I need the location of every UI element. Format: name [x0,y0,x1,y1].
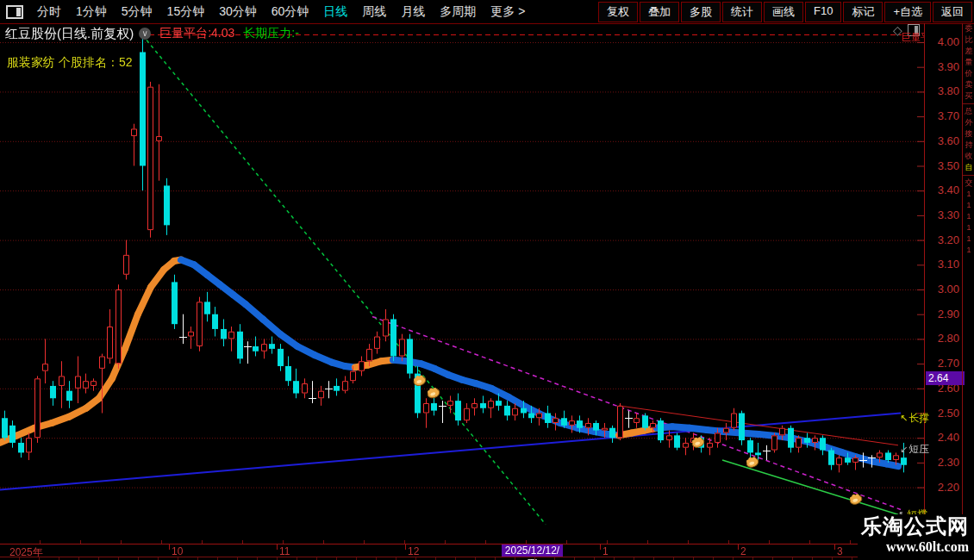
x-axis-label: 10 [172,545,183,557]
toolbar-button-2[interactable]: 叠加 [640,2,679,22]
x-axis-label: 2 [740,545,746,557]
month-tick [169,544,170,550]
stock-title: 红豆股份(日线.前复权) [5,26,134,42]
menu-item-9[interactable]: 月线 [401,4,425,20]
y-axis-label: 2.40 [938,431,959,444]
quote-sliver-char: 比 [963,34,974,46]
toolbar-button-7[interactable]: 标记 [843,2,883,22]
quote-sliver-char: 1 [963,233,974,245]
y-axis-label: 2.70 [938,357,959,370]
x-axis-label: 12 [408,545,419,557]
menu-item-5[interactable]: 30分钟 [219,4,257,20]
month-tick [405,544,406,550]
indicator-label: 长期压力: [243,26,295,40]
quote-sliver-char: 1 [963,211,974,222]
watermark: 乐淘公式网 www.60lt.com [858,514,974,560]
menu-item-6[interactable]: 60分钟 [272,4,309,20]
quote-sliver-char: 委 [963,23,974,34]
x-axis-label: 11 [279,545,290,557]
x-axis-label: 1 [603,545,609,557]
menu-item-3[interactable]: 5分钟 [122,4,153,20]
indicator-long-pressure: 长期压力:- [243,26,299,41]
quote-sliver-char: 量 [963,57,974,68]
y-axis-label: 4.00 [938,35,959,48]
chevron-down-icon[interactable]: ∨ [139,28,151,40]
y-axis-label: 3.20 [938,233,959,246]
y-axis-label: 3.00 [938,283,959,296]
app-window: 分时1分钟5分钟15分钟30分钟60分钟日线周线月线多周期更多 > 复权叠加多股… [0,0,974,560]
month-tick [738,544,739,550]
watermark-line2: www.60lt.com [858,538,969,556]
y-axis-label: 2.50 [938,407,959,420]
period-menu: 分时1分钟5分钟15分钟30分钟60分钟日线周线月线多周期更多 > [37,4,525,20]
label-text: 短压 [908,443,929,455]
quote-sliver-char: 外 [963,117,974,128]
menu-item-7[interactable]: 日线 [323,4,347,20]
y-axis-label: 2.90 [938,308,959,320]
long-support-label[interactable]: ↖长撑 [900,411,929,426]
y-axis-label: 3.80 [938,84,959,97]
arrow-icon: ↖ [900,413,908,423]
stock-info-bar: 红豆股份(日线.前复权) ∨ 巨量平台:4.03 长期压力:- [5,26,299,41]
quote-sliver-char: 差 [963,46,974,57]
menu-item-10[interactable]: 多周期 [440,4,476,20]
toolbar-button-6[interactable]: F10 [805,2,841,22]
quote-sliver-char: 1 [963,222,974,233]
menu-item-11[interactable]: 更多 > [490,4,525,20]
month-tick [277,544,278,550]
month-tick [834,544,835,550]
x-axis-label: 3 [837,545,843,557]
menu-item-4[interactable]: 15分钟 [167,4,205,20]
quote-panel-sliver[interactable]: 委比差量价卖买总外接持收自交111111 [962,23,974,560]
split-window-icon[interactable] [6,5,23,19]
time-axis: 2025/12/12/五 2025年101112123 [0,544,974,557]
toolbar-button-1[interactable]: 复权 [598,2,638,22]
quote-sliver-char: 交 [963,177,974,189]
quote-sliver-char: 价 [963,68,974,79]
menu-item-1[interactable]: 分时 [37,4,61,20]
quote-sliver-char: 接 [963,128,974,140]
menu-item-8[interactable]: 周线 [362,4,386,20]
indicator-value: 4.03 [211,26,234,40]
indicator-value: - [295,26,299,40]
quote-sliver-char: 收 [963,151,974,162]
toolbar-button-4[interactable]: 统计 [722,2,762,22]
label-text: 长撑 [908,412,929,424]
short-pressure-label[interactable]: ↙短压 [900,442,929,457]
toolbar-buttons: 复权叠加多股统计画线F10标记+自选返回 [596,2,972,22]
y-axis-label: 2.80 [938,332,959,345]
month-tick [600,544,601,550]
y-axis-label: 2.30 [938,456,959,469]
period-toolbar: 分时1分钟5分钟15分钟30分钟60分钟日线周线月线多周期更多 > 复权叠加多股… [0,0,974,24]
y-axis-label: 3.90 [938,60,959,73]
quote-sliver-char: 1 [963,200,974,211]
toolbar-button-9[interactable]: 返回 [933,2,972,22]
indicator-mega-volume: 巨量平台:4.03 [159,26,234,41]
mega-volume-line-tag: 巨量平台 [902,31,924,42]
sector-rank-label: 服装家纺 个股排名：52 [7,55,132,71]
quote-sliver-char: 持 [963,140,974,151]
menu-item-2[interactable]: 1分钟 [76,4,107,20]
price-axis: 2.64 4.003.903.803.703.603.503.403.303.2… [924,23,963,544]
toolbar-button-3[interactable]: 多股 [681,2,721,22]
y-axis-label: 3.60 [938,134,959,147]
quote-sliver-char: 自 [963,162,974,173]
y-axis-label: 2.20 [938,481,959,494]
crosshair-date-tag: 2025/12/12/五 [502,544,563,557]
quote-sliver-char: 卖 [963,79,974,90]
arrow-icon: ↙ [900,444,908,454]
current-price-tag: 2.64 [926,371,965,385]
quote-sliver-char: 买 [963,90,974,102]
toolbar-button-8[interactable]: +自选 [884,2,931,22]
kline-chart[interactable] [0,23,924,544]
toolbar-button-5[interactable]: 画线 [764,2,803,22]
y-axis-label: 3.50 [938,159,959,172]
y-axis-label: 3.10 [938,258,959,271]
quote-sliver-char: 1 [963,245,974,256]
quote-sliver-char: 总 [963,106,974,117]
next-panel-sliver [0,557,902,560]
y-axis-label: 3.30 [938,208,959,221]
indicator-label: 巨量平台: [159,26,211,40]
watermark-line1: 乐淘公式网 [858,514,969,538]
y-axis-label: 3.40 [938,184,959,196]
